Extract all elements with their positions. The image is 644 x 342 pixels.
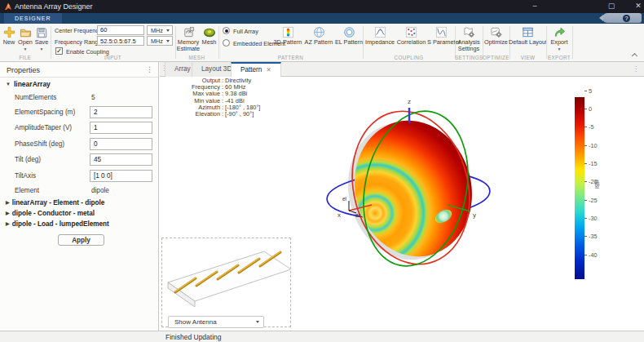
frequency-range-unit-select[interactable]: MHz xyxy=(147,36,173,46)
frequency-range-input[interactable] xyxy=(97,36,144,46)
impedance-button[interactable]: Impedance xyxy=(365,25,395,46)
el-pattern-button[interactable]: EL Pattern xyxy=(333,25,364,46)
tree-item-conductor[interactable]: ▶dipole - Conductor - metal xyxy=(6,210,95,217)
memory-estimate-button[interactable]: Memory Estimate xyxy=(176,25,201,52)
3d-pattern-icon xyxy=(272,25,303,39)
s-parameter-icon xyxy=(427,25,455,39)
correlation-icon xyxy=(396,25,426,39)
pattern-view: Output: Directivity Frequency: 60 MHz Ma… xyxy=(160,77,644,331)
show-antenna-dropdown[interactable]: Show Antenna xyxy=(168,316,264,328)
radiation-pattern-surface xyxy=(340,107,487,269)
properties-panel: Properties ⋮ ▼linearArray NumElements 5 … xyxy=(0,62,159,331)
status-text: Finished Updating xyxy=(165,333,222,341)
help-button[interactable]: ? xyxy=(602,13,642,23)
document-area: ⋮ Array Layout 3D Pattern✕ ⋮ Output: Dir… xyxy=(160,62,644,331)
tilt-input[interactable] xyxy=(90,153,152,166)
close-button[interactable]: ✕ xyxy=(633,0,643,12)
save-button[interactable]: Save ▼ xyxy=(33,25,50,51)
panel-menu-icon[interactable]: ⋮ xyxy=(146,65,153,73)
close-tab-icon[interactable]: ✕ xyxy=(266,66,271,73)
impedance-icon xyxy=(365,25,395,39)
el-label: el xyxy=(342,196,347,202)
tab-designer[interactable]: DESIGNER xyxy=(4,13,62,24)
field-label: AmplitudeTaper (V) xyxy=(15,124,72,131)
tree-item-element[interactable]: ▶linearArray - Element - dipole xyxy=(6,199,104,207)
az-pattern-button[interactable]: AZ Pattern xyxy=(303,25,334,46)
document-tab-bar: ⋮ Array Layout 3D Pattern✕ ⋮ xyxy=(160,62,644,77)
export-dropdown-arrow[interactable]: ▼ xyxy=(546,47,572,51)
el-pattern-icon xyxy=(333,25,364,39)
field-value: dipole xyxy=(91,187,109,194)
analysis-settings-button[interactable]: Analysis Settings xyxy=(455,25,483,52)
z-axis-label: z xyxy=(408,98,411,105)
new-icon xyxy=(1,25,17,39)
full-array-radio[interactable] xyxy=(223,27,230,34)
s-parameter-button[interactable]: S Parameter xyxy=(427,25,455,46)
tab-pattern[interactable]: Pattern✕ xyxy=(231,62,281,78)
az-pattern-icon xyxy=(303,25,334,39)
mesh-icon xyxy=(201,25,218,39)
center-frequency-label: Center Frequency xyxy=(55,27,102,34)
y-axis-label: y xyxy=(473,211,476,219)
elementspacing-input[interactable] xyxy=(90,106,152,118)
open-dropdown-arrow[interactable]: ▼ xyxy=(17,47,33,51)
colorbar xyxy=(575,97,584,279)
embedded-element-radio[interactable] xyxy=(223,39,230,47)
open-button[interactable]: Open ▼ xyxy=(17,25,33,51)
colorbar-unit-label: dBi xyxy=(593,180,601,189)
chevron-down-icon xyxy=(256,321,259,325)
tree-item-load[interactable]: ▶dipole - Load - lumpedElement xyxy=(6,220,109,228)
export-button[interactable]: Export ▼ xyxy=(546,25,572,51)
tiltaxis-input[interactable] xyxy=(90,170,152,182)
maximize-button[interactable]: ▢ xyxy=(607,0,616,12)
apply-button[interactable]: Apply xyxy=(58,234,104,246)
field-label: ElementSpacing (m) xyxy=(15,109,75,116)
section-mesh: Memory Estimate Mesh MESH xyxy=(175,24,218,61)
correlation-button[interactable]: Correlation xyxy=(396,25,426,46)
save-dropdown-arrow[interactable]: ▼ xyxy=(33,47,50,51)
field-label: PhaseShift (deg) xyxy=(15,140,64,148)
section-file: New Open ▼ Save ▼ FILE xyxy=(0,24,51,61)
title-bar: Antenna Array Designer – ▢ ✕ xyxy=(0,0,644,13)
properties-header: Properties ⋮ xyxy=(0,62,158,78)
field-label: Tilt (deg) xyxy=(15,156,41,163)
chevron-down-icon xyxy=(166,29,170,33)
field-value: 5 xyxy=(91,94,95,101)
export-icon xyxy=(546,25,572,39)
section-coupling: Impedance Correlation S Parameter COUPLI… xyxy=(363,24,455,61)
section-input: Center Frequency MHz Frequency Range MHz… xyxy=(51,24,175,61)
section-settings: Analysis Settings SETTINGS xyxy=(455,24,483,61)
field-label: NumElements xyxy=(15,94,56,101)
group-lineararray[interactable]: ▼linearArray xyxy=(6,80,51,88)
antenna-preview-inset: Show Antenna xyxy=(161,238,291,327)
ribbon: New Open ▼ Save ▼ FILE Center Frequency … xyxy=(0,24,644,62)
collapse-arrow-icon: ▼ xyxy=(6,82,11,87)
field-label: Element xyxy=(15,187,39,194)
memory-estimate-icon xyxy=(176,25,201,39)
collapse-ribbon-button[interactable] xyxy=(632,51,638,58)
phaseshift-input[interactable] xyxy=(90,138,152,150)
mesh-button[interactable]: Mesh xyxy=(201,25,218,46)
field-label: TiltAxis xyxy=(15,172,36,180)
center-frequency-unit-select[interactable]: MHz xyxy=(147,25,173,35)
analysis-settings-icon xyxy=(455,25,483,39)
default-layout-icon xyxy=(505,25,551,39)
center-frequency-input[interactable] xyxy=(97,25,144,35)
antenna-layout-thumbnail xyxy=(162,238,290,313)
tab-overflow-icon[interactable]: ⋮ xyxy=(633,65,639,73)
enable-coupling-checkbox[interactable]: ✓ xyxy=(55,47,63,55)
properties-title: Properties xyxy=(7,66,40,74)
window-title: Antenna Array Designer xyxy=(15,2,93,11)
open-icon xyxy=(17,25,33,39)
amplitudetaper-input[interactable] xyxy=(90,122,152,134)
help-icon: ? xyxy=(623,15,630,22)
3d-pattern-button[interactable]: 3D Pattern xyxy=(272,25,303,46)
default-layout-button[interactable]: Default Layout xyxy=(505,25,551,46)
toolstrip-tabstrip: DESIGNER ? xyxy=(0,13,644,24)
minimize-button[interactable]: – xyxy=(530,0,540,12)
new-button[interactable]: New xyxy=(1,25,17,46)
x-axis-label: x xyxy=(337,211,341,219)
app-icon xyxy=(4,2,12,11)
section-view: Default Layout VIEW xyxy=(509,24,546,61)
section-export: Export ▼ EXPORT xyxy=(546,24,572,61)
